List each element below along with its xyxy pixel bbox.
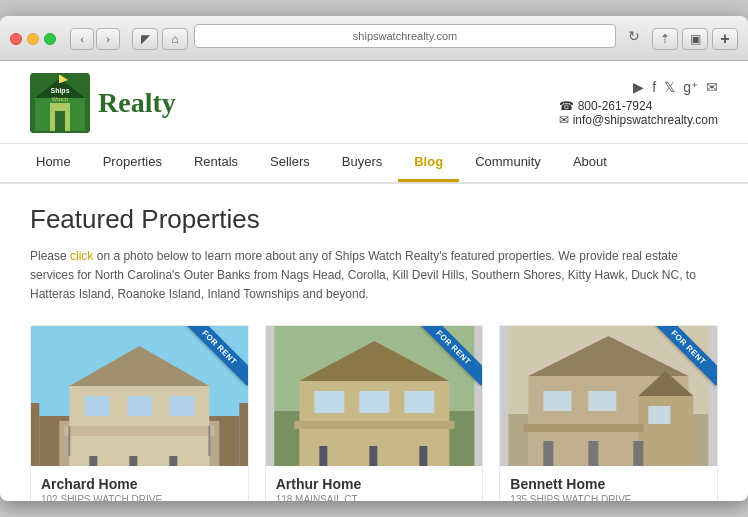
traffic-lights bbox=[10, 33, 56, 45]
svg-text:Watch: Watch bbox=[52, 96, 69, 102]
svg-rect-33 bbox=[294, 421, 454, 429]
forward-button[interactable]: › bbox=[96, 28, 120, 50]
svg-text:Ships: Ships bbox=[50, 87, 69, 95]
property-info-1: Archard Home 102 SHIPS WATCH DRIVE DUCK,… bbox=[31, 466, 248, 501]
property-image-1: FOR RENT bbox=[31, 326, 248, 466]
property-image-2: FOR RENT bbox=[266, 326, 483, 466]
email-envelope-icon: ✉ bbox=[559, 113, 569, 127]
youtube-icon[interactable]: ▶ bbox=[633, 79, 644, 95]
svg-rect-29 bbox=[419, 446, 427, 466]
browser-controls: ‹ › ◤ ⌂ shipswatchrealty.com ↻ ⇡ ▣ + bbox=[10, 24, 738, 54]
add-tab-button[interactable]: + bbox=[712, 28, 738, 50]
property-info-3: Bennett Home 135 SHIPS WATCH DRIVE DUCK,… bbox=[500, 466, 717, 501]
social-icons: ▶ f 𝕏 g⁺ ✉ bbox=[559, 79, 718, 95]
browser-window: ‹ › ◤ ⌂ shipswatchrealty.com ↻ ⇡ ▣ + bbox=[0, 16, 748, 501]
svg-rect-42 bbox=[634, 441, 644, 466]
main-content: Featured Properties Please click on a ph… bbox=[0, 184, 748, 501]
svg-rect-27 bbox=[319, 446, 327, 466]
phone-icon: ☎ bbox=[559, 99, 574, 113]
contact-email: ✉ info@shipswatchrealty.com bbox=[559, 113, 718, 127]
svg-rect-19 bbox=[169, 396, 194, 416]
svg-rect-45 bbox=[649, 406, 671, 424]
property-addr1-2: 118 MAINSAIL CT bbox=[276, 494, 473, 501]
property-name-1: Archard Home bbox=[41, 476, 238, 492]
logo-text: Realty bbox=[98, 87, 176, 119]
svg-rect-31 bbox=[359, 391, 389, 413]
nav-home[interactable]: Home bbox=[20, 144, 87, 182]
maximize-button[interactable] bbox=[44, 33, 56, 45]
twitter-icon[interactable]: 𝕏 bbox=[664, 79, 675, 95]
click-link[interactable]: click bbox=[70, 249, 93, 263]
share-button[interactable]: ⇡ bbox=[652, 28, 678, 50]
browser-titlebar: ‹ › ◤ ⌂ shipswatchrealty.com ↻ ⇡ ▣ + bbox=[0, 16, 748, 61]
email-address: info@shipswatchrealty.com bbox=[573, 113, 718, 127]
property-addr1-1: 102 SHIPS WATCH DRIVE bbox=[41, 494, 238, 501]
facebook-icon[interactable]: f bbox=[652, 79, 656, 95]
svg-rect-32 bbox=[404, 391, 434, 413]
nav-rentals[interactable]: Rentals bbox=[178, 144, 254, 182]
email-icon[interactable]: ✉ bbox=[706, 79, 718, 95]
nav-blog[interactable]: Blog bbox=[398, 144, 459, 182]
address-bar[interactable]: shipswatchrealty.com bbox=[194, 24, 616, 48]
property-card-2[interactable]: FOR RENT Arthur Home 118 MAINSAIL CT DUC… bbox=[265, 325, 484, 501]
close-button[interactable] bbox=[10, 33, 22, 45]
svg-rect-17 bbox=[84, 396, 109, 416]
svg-rect-41 bbox=[589, 441, 599, 466]
svg-rect-20 bbox=[64, 426, 214, 436]
phone-number: 800-261-7924 bbox=[578, 99, 653, 113]
property-card-3[interactable]: FOR RENT Bennett Home 135 SHIPS WATCH DR… bbox=[499, 325, 718, 501]
nav-community[interactable]: Community bbox=[459, 144, 557, 182]
page-title: Featured Properties bbox=[30, 204, 718, 235]
nav-about[interactable]: About bbox=[557, 144, 623, 182]
svg-rect-16 bbox=[169, 456, 177, 466]
svg-rect-44 bbox=[589, 391, 617, 411]
svg-rect-40 bbox=[544, 441, 554, 466]
property-card-1[interactable]: FOR RENT Archard Home 102 SHIPS WATCH DR… bbox=[30, 325, 249, 501]
svg-rect-15 bbox=[129, 456, 137, 466]
svg-rect-30 bbox=[314, 391, 344, 413]
property-grid: FOR RENT Archard Home 102 SHIPS WATCH DR… bbox=[30, 325, 718, 501]
home-button[interactable]: ⌂ bbox=[162, 28, 188, 50]
svg-rect-18 bbox=[127, 396, 152, 416]
toolbar-icons: ⇡ ▣ + bbox=[652, 28, 738, 50]
svg-rect-43 bbox=[544, 391, 572, 411]
nav-properties[interactable]: Properties bbox=[87, 144, 178, 182]
site-nav: Home Properties Rentals Sellers Buyers B… bbox=[0, 144, 748, 184]
nav-buttons: ‹ › bbox=[70, 28, 120, 50]
logo-area: Ships Watch Realty bbox=[30, 73, 176, 133]
svg-rect-28 bbox=[369, 446, 377, 466]
property-info-2: Arthur Home 118 MAINSAIL CT DUCK, NC 279… bbox=[266, 466, 483, 501]
property-name-3: Bennett Home bbox=[510, 476, 707, 492]
logo-svg: Ships Watch bbox=[30, 73, 90, 133]
intro-text: Please click on a photo below to learn m… bbox=[30, 247, 718, 305]
refresh-button[interactable]: ↻ bbox=[622, 24, 646, 48]
contact-area: ▶ f 𝕏 g⁺ ✉ ☎ 800-261-7924 ✉ info@shipswa… bbox=[559, 79, 718, 127]
logo-badge: Ships Watch bbox=[30, 73, 90, 133]
svg-rect-46 bbox=[524, 424, 644, 432]
svg-rect-4 bbox=[55, 111, 65, 131]
back-button[interactable]: ‹ bbox=[70, 28, 94, 50]
address-text: shipswatchrealty.com bbox=[353, 30, 457, 42]
nav-sellers[interactable]: Sellers bbox=[254, 144, 326, 182]
property-addr1-3: 135 SHIPS WATCH DRIVE bbox=[510, 494, 707, 501]
property-name-2: Arthur Home bbox=[276, 476, 473, 492]
svg-rect-14 bbox=[89, 456, 97, 466]
window-controls: ◤ ⌂ bbox=[132, 28, 188, 50]
nav-buyers[interactable]: Buyers bbox=[326, 144, 398, 182]
minimize-button[interactable] bbox=[27, 33, 39, 45]
googleplus-icon[interactable]: g⁺ bbox=[683, 79, 698, 95]
property-image-3: FOR RENT bbox=[500, 326, 717, 466]
reader-view-button[interactable]: ◤ bbox=[132, 28, 158, 50]
contact-phone: ☎ 800-261-7924 bbox=[559, 99, 718, 113]
site-header: Ships Watch Realty ▶ f 𝕏 g⁺ ✉ ☎ 800-261-… bbox=[0, 61, 748, 144]
page-content: Ships Watch Realty ▶ f 𝕏 g⁺ ✉ ☎ 800-261-… bbox=[0, 61, 748, 501]
tabs-button[interactable]: ▣ bbox=[682, 28, 708, 50]
